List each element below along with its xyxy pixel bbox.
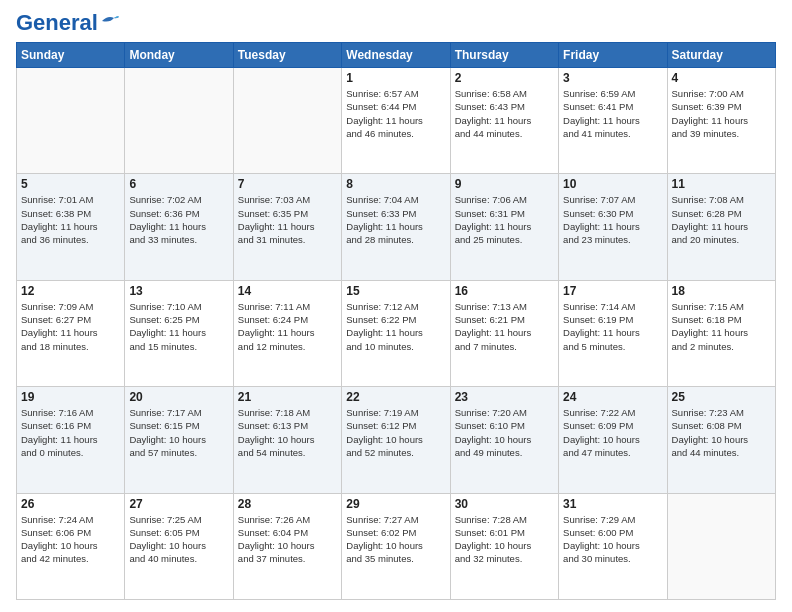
day-number: 9 xyxy=(455,177,554,191)
day-info: Sunrise: 7:00 AM Sunset: 6:39 PM Dayligh… xyxy=(672,87,771,140)
calendar-day-cell: 26Sunrise: 7:24 AM Sunset: 6:06 PM Dayli… xyxy=(17,493,125,599)
calendar-header-row: SundayMondayTuesdayWednesdayThursdayFrid… xyxy=(17,43,776,68)
day-number: 16 xyxy=(455,284,554,298)
day-info: Sunrise: 7:23 AM Sunset: 6:08 PM Dayligh… xyxy=(672,406,771,459)
logo-bird-icon xyxy=(100,13,120,29)
calendar-day-header: Friday xyxy=(559,43,667,68)
day-info: Sunrise: 7:22 AM Sunset: 6:09 PM Dayligh… xyxy=(563,406,662,459)
day-info: Sunrise: 7:03 AM Sunset: 6:35 PM Dayligh… xyxy=(238,193,337,246)
calendar-day-header: Thursday xyxy=(450,43,558,68)
day-number: 11 xyxy=(672,177,771,191)
day-info: Sunrise: 7:13 AM Sunset: 6:21 PM Dayligh… xyxy=(455,300,554,353)
day-number: 24 xyxy=(563,390,662,404)
calendar-day-cell xyxy=(233,68,341,174)
calendar-week-row: 12Sunrise: 7:09 AM Sunset: 6:27 PM Dayli… xyxy=(17,280,776,386)
day-info: Sunrise: 7:24 AM Sunset: 6:06 PM Dayligh… xyxy=(21,513,120,566)
day-info: Sunrise: 7:17 AM Sunset: 6:15 PM Dayligh… xyxy=(129,406,228,459)
calendar-week-row: 5Sunrise: 7:01 AM Sunset: 6:38 PM Daylig… xyxy=(17,174,776,280)
day-info: Sunrise: 7:18 AM Sunset: 6:13 PM Dayligh… xyxy=(238,406,337,459)
day-number: 8 xyxy=(346,177,445,191)
calendar-day-cell: 12Sunrise: 7:09 AM Sunset: 6:27 PM Dayli… xyxy=(17,280,125,386)
day-info: Sunrise: 7:09 AM Sunset: 6:27 PM Dayligh… xyxy=(21,300,120,353)
calendar-day-cell: 16Sunrise: 7:13 AM Sunset: 6:21 PM Dayli… xyxy=(450,280,558,386)
day-number: 12 xyxy=(21,284,120,298)
day-info: Sunrise: 7:06 AM Sunset: 6:31 PM Dayligh… xyxy=(455,193,554,246)
calendar-day-header: Tuesday xyxy=(233,43,341,68)
calendar-day-cell: 22Sunrise: 7:19 AM Sunset: 6:12 PM Dayli… xyxy=(342,387,450,493)
day-number: 26 xyxy=(21,497,120,511)
day-number: 22 xyxy=(346,390,445,404)
calendar-day-cell: 10Sunrise: 7:07 AM Sunset: 6:30 PM Dayli… xyxy=(559,174,667,280)
day-number: 7 xyxy=(238,177,337,191)
calendar-week-row: 19Sunrise: 7:16 AM Sunset: 6:16 PM Dayli… xyxy=(17,387,776,493)
day-number: 6 xyxy=(129,177,228,191)
day-number: 28 xyxy=(238,497,337,511)
day-number: 15 xyxy=(346,284,445,298)
day-number: 2 xyxy=(455,71,554,85)
day-number: 14 xyxy=(238,284,337,298)
day-info: Sunrise: 7:01 AM Sunset: 6:38 PM Dayligh… xyxy=(21,193,120,246)
day-number: 29 xyxy=(346,497,445,511)
calendar-day-cell: 8Sunrise: 7:04 AM Sunset: 6:33 PM Daylig… xyxy=(342,174,450,280)
calendar-week-row: 1Sunrise: 6:57 AM Sunset: 6:44 PM Daylig… xyxy=(17,68,776,174)
logo-text-general: General xyxy=(16,12,98,34)
calendar-day-cell: 9Sunrise: 7:06 AM Sunset: 6:31 PM Daylig… xyxy=(450,174,558,280)
calendar-day-cell: 11Sunrise: 7:08 AM Sunset: 6:28 PM Dayli… xyxy=(667,174,775,280)
day-info: Sunrise: 7:11 AM Sunset: 6:24 PM Dayligh… xyxy=(238,300,337,353)
day-info: Sunrise: 7:29 AM Sunset: 6:00 PM Dayligh… xyxy=(563,513,662,566)
day-info: Sunrise: 7:16 AM Sunset: 6:16 PM Dayligh… xyxy=(21,406,120,459)
day-info: Sunrise: 7:12 AM Sunset: 6:22 PM Dayligh… xyxy=(346,300,445,353)
calendar-day-cell: 14Sunrise: 7:11 AM Sunset: 6:24 PM Dayli… xyxy=(233,280,341,386)
day-number: 25 xyxy=(672,390,771,404)
calendar-day-cell: 27Sunrise: 7:25 AM Sunset: 6:05 PM Dayli… xyxy=(125,493,233,599)
calendar-day-cell: 31Sunrise: 7:29 AM Sunset: 6:00 PM Dayli… xyxy=(559,493,667,599)
calendar-day-cell: 5Sunrise: 7:01 AM Sunset: 6:38 PM Daylig… xyxy=(17,174,125,280)
calendar-day-cell: 28Sunrise: 7:26 AM Sunset: 6:04 PM Dayli… xyxy=(233,493,341,599)
day-number: 17 xyxy=(563,284,662,298)
calendar-day-cell: 2Sunrise: 6:58 AM Sunset: 6:43 PM Daylig… xyxy=(450,68,558,174)
day-info: Sunrise: 7:04 AM Sunset: 6:33 PM Dayligh… xyxy=(346,193,445,246)
day-number: 3 xyxy=(563,71,662,85)
day-info: Sunrise: 7:08 AM Sunset: 6:28 PM Dayligh… xyxy=(672,193,771,246)
calendar-day-cell: 18Sunrise: 7:15 AM Sunset: 6:18 PM Dayli… xyxy=(667,280,775,386)
day-info: Sunrise: 7:15 AM Sunset: 6:18 PM Dayligh… xyxy=(672,300,771,353)
calendar-week-row: 26Sunrise: 7:24 AM Sunset: 6:06 PM Dayli… xyxy=(17,493,776,599)
calendar-day-cell: 3Sunrise: 6:59 AM Sunset: 6:41 PM Daylig… xyxy=(559,68,667,174)
calendar-day-cell: 1Sunrise: 6:57 AM Sunset: 6:44 PM Daylig… xyxy=(342,68,450,174)
day-number: 21 xyxy=(238,390,337,404)
calendar-day-cell: 25Sunrise: 7:23 AM Sunset: 6:08 PM Dayli… xyxy=(667,387,775,493)
day-number: 4 xyxy=(672,71,771,85)
calendar-day-cell: 13Sunrise: 7:10 AM Sunset: 6:25 PM Dayli… xyxy=(125,280,233,386)
calendar-day-cell: 21Sunrise: 7:18 AM Sunset: 6:13 PM Dayli… xyxy=(233,387,341,493)
day-number: 13 xyxy=(129,284,228,298)
calendar-day-cell: 23Sunrise: 7:20 AM Sunset: 6:10 PM Dayli… xyxy=(450,387,558,493)
calendar-day-cell: 7Sunrise: 7:03 AM Sunset: 6:35 PM Daylig… xyxy=(233,174,341,280)
day-info: Sunrise: 7:19 AM Sunset: 6:12 PM Dayligh… xyxy=(346,406,445,459)
logo: General xyxy=(16,12,120,34)
calendar-day-cell: 30Sunrise: 7:28 AM Sunset: 6:01 PM Dayli… xyxy=(450,493,558,599)
calendar-day-header: Wednesday xyxy=(342,43,450,68)
day-number: 10 xyxy=(563,177,662,191)
day-info: Sunrise: 7:02 AM Sunset: 6:36 PM Dayligh… xyxy=(129,193,228,246)
day-number: 19 xyxy=(21,390,120,404)
calendar-day-cell: 4Sunrise: 7:00 AM Sunset: 6:39 PM Daylig… xyxy=(667,68,775,174)
day-info: Sunrise: 7:20 AM Sunset: 6:10 PM Dayligh… xyxy=(455,406,554,459)
page: General SundayMondayTuesdayWednesdayThur… xyxy=(0,0,792,612)
day-info: Sunrise: 6:58 AM Sunset: 6:43 PM Dayligh… xyxy=(455,87,554,140)
day-info: Sunrise: 7:28 AM Sunset: 6:01 PM Dayligh… xyxy=(455,513,554,566)
day-info: Sunrise: 7:07 AM Sunset: 6:30 PM Dayligh… xyxy=(563,193,662,246)
day-number: 23 xyxy=(455,390,554,404)
day-number: 1 xyxy=(346,71,445,85)
day-info: Sunrise: 7:10 AM Sunset: 6:25 PM Dayligh… xyxy=(129,300,228,353)
day-info: Sunrise: 7:26 AM Sunset: 6:04 PM Dayligh… xyxy=(238,513,337,566)
calendar-day-cell: 6Sunrise: 7:02 AM Sunset: 6:36 PM Daylig… xyxy=(125,174,233,280)
calendar-day-cell: 19Sunrise: 7:16 AM Sunset: 6:16 PM Dayli… xyxy=(17,387,125,493)
day-info: Sunrise: 6:59 AM Sunset: 6:41 PM Dayligh… xyxy=(563,87,662,140)
calendar-table: SundayMondayTuesdayWednesdayThursdayFrid… xyxy=(16,42,776,600)
calendar-day-header: Monday xyxy=(125,43,233,68)
day-number: 5 xyxy=(21,177,120,191)
calendar-day-cell xyxy=(17,68,125,174)
calendar-day-cell xyxy=(125,68,233,174)
calendar-day-header: Sunday xyxy=(17,43,125,68)
calendar-day-cell: 15Sunrise: 7:12 AM Sunset: 6:22 PM Dayli… xyxy=(342,280,450,386)
